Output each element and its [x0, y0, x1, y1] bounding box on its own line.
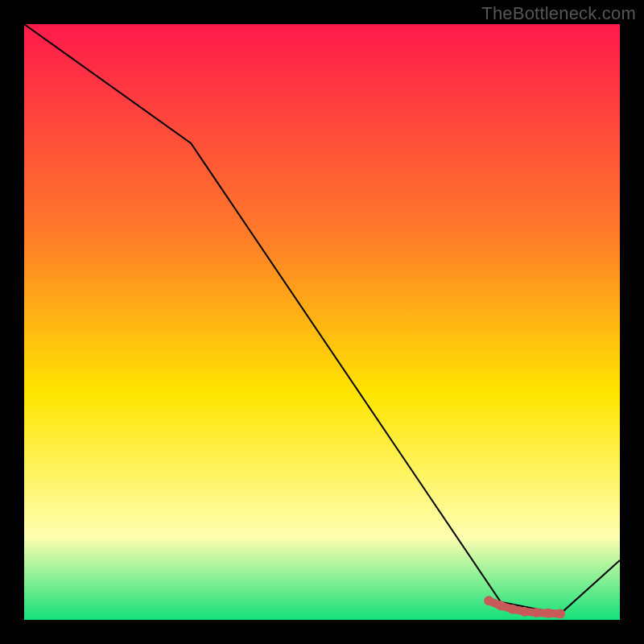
marker-dot — [484, 596, 493, 605]
marker-dot — [555, 609, 565, 619]
plot-area — [24, 24, 620, 620]
marker-dot — [543, 609, 553, 618]
marker-dot — [508, 605, 518, 614]
marker-dot — [496, 601, 506, 610]
chart-svg — [24, 24, 620, 620]
marker-dot — [531, 608, 541, 617]
chart-frame: TheBottleneck.com — [0, 0, 644, 644]
marker-dot — [520, 607, 530, 617]
watermark-text: TheBottleneck.com — [481, 3, 636, 24]
gradient-background — [24, 24, 620, 620]
